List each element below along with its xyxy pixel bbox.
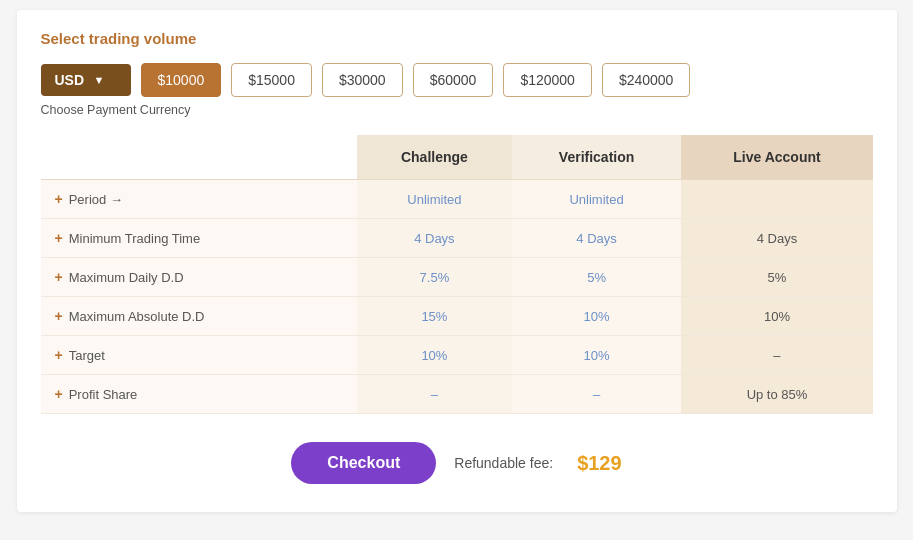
- cell-challenge: 10%: [357, 336, 512, 375]
- plus-icon: +: [55, 269, 63, 285]
- main-container: Select trading volume USD EUR GBP ▼ $100…: [17, 10, 897, 512]
- currency-volume-row: USD EUR GBP ▼ $10000 $15000 $30000 $6000…: [41, 63, 873, 97]
- table-row: +Target10%10%–: [41, 336, 873, 375]
- section-title: Select trading volume: [41, 30, 873, 47]
- volume-btn-60000[interactable]: $60000: [413, 63, 494, 97]
- cell-challenge: 15%: [357, 297, 512, 336]
- cell-live: Up to 85%: [681, 375, 872, 414]
- row-label: +Profit Share: [41, 375, 358, 414]
- cell-verification: 4 Days: [512, 219, 682, 258]
- volume-btn-10000[interactable]: $10000: [141, 63, 222, 97]
- plus-icon: +: [55, 386, 63, 402]
- cell-live: 10%: [681, 297, 872, 336]
- chevron-down-icon: ▼: [94, 74, 105, 86]
- comparison-table: Challenge Verification Live Account +Per…: [41, 135, 873, 414]
- volume-btn-120000[interactable]: $120000: [503, 63, 592, 97]
- cell-challenge: 4 Days: [357, 219, 512, 258]
- cell-verification: Unlimited: [512, 180, 682, 219]
- checkout-footer: Checkout Refundable fee: $129: [41, 442, 873, 484]
- row-label: +Period →: [41, 180, 358, 219]
- row-label: +Maximum Absolute D.D: [41, 297, 358, 336]
- table-row: +Maximum Daily D.D7.5%5%5%: [41, 258, 873, 297]
- plus-icon: +: [55, 191, 63, 207]
- cell-challenge: –: [357, 375, 512, 414]
- refundable-amount: $129: [577, 452, 622, 475]
- row-label: +Maximum Daily D.D: [41, 258, 358, 297]
- cell-verification: 10%: [512, 297, 682, 336]
- currency-label: Choose Payment Currency: [41, 103, 873, 117]
- currency-dropdown[interactable]: USD EUR GBP: [55, 72, 86, 88]
- table-row: +Maximum Absolute D.D15%10%10%: [41, 297, 873, 336]
- currency-selector[interactable]: USD EUR GBP ▼: [41, 64, 131, 96]
- volume-btn-240000[interactable]: $240000: [602, 63, 691, 97]
- cell-challenge: 7.5%: [357, 258, 512, 297]
- cell-verification: 10%: [512, 336, 682, 375]
- cell-verification: –: [512, 375, 682, 414]
- table-row: +Profit Share––Up to 85%: [41, 375, 873, 414]
- plus-icon: +: [55, 347, 63, 363]
- th-challenge: Challenge: [357, 135, 512, 180]
- row-label: +Target: [41, 336, 358, 375]
- plus-icon: +: [55, 230, 63, 246]
- cell-live: 4 Days: [681, 219, 872, 258]
- volume-btn-15000[interactable]: $15000: [231, 63, 312, 97]
- volume-btn-30000[interactable]: $30000: [322, 63, 403, 97]
- checkout-button[interactable]: Checkout: [291, 442, 436, 484]
- cell-live: –: [681, 336, 872, 375]
- th-empty: [41, 135, 358, 180]
- cell-verification: 5%: [512, 258, 682, 297]
- cell-live: 5%: [681, 258, 872, 297]
- table-row: +Period →UnlimitedUnlimited: [41, 180, 873, 219]
- row-label: +Minimum Trading Time: [41, 219, 358, 258]
- th-live: Live Account: [681, 135, 872, 180]
- cell-challenge: Unlimited: [357, 180, 512, 219]
- cell-live: [681, 180, 872, 219]
- th-verification: Verification: [512, 135, 682, 180]
- refundable-label: Refundable fee:: [454, 455, 553, 471]
- table-row: +Minimum Trading Time4 Days4 Days4 Days: [41, 219, 873, 258]
- plus-icon: +: [55, 308, 63, 324]
